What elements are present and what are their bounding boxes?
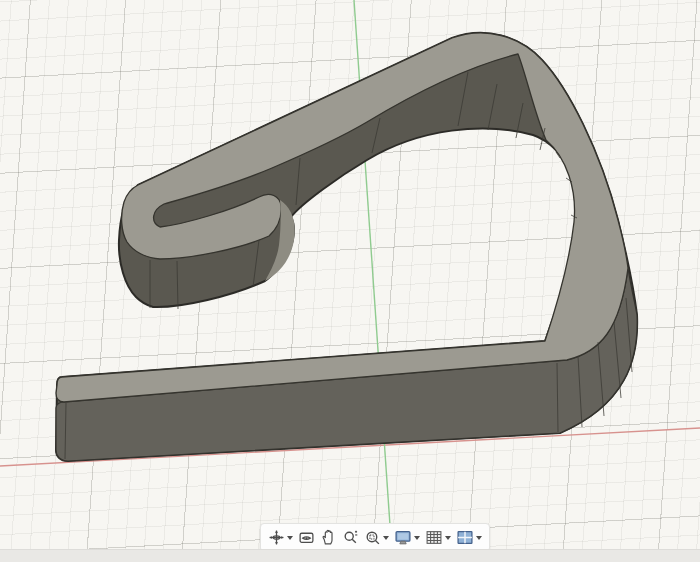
orbit-icon: [268, 529, 285, 546]
fit-dropdown-caret[interactable]: [383, 536, 389, 540]
viewports-dropdown-caret[interactable]: [476, 536, 482, 540]
viewports-icon: [456, 529, 474, 546]
zoom-button[interactable]: [340, 526, 361, 549]
orbit-dropdown-caret[interactable]: [287, 536, 293, 540]
pan-button[interactable]: [318, 526, 339, 549]
orbit-button[interactable]: [266, 526, 295, 549]
viewport-canvas[interactable]: [0, 0, 700, 562]
fit-icon: [364, 529, 381, 546]
navigation-toolbar: [260, 523, 490, 552]
pan-icon: [320, 529, 337, 546]
scene-3d: [0, 0, 700, 562]
display-settings-button[interactable]: [392, 526, 422, 549]
display-icon: [394, 529, 412, 546]
window-bottom-strip: [0, 549, 700, 562]
clip-body-model[interactable]: [56, 33, 637, 461]
look-at-button[interactable]: [296, 526, 317, 549]
model-top-face: [56, 33, 628, 402]
display-dropdown-caret[interactable]: [414, 536, 420, 540]
viewports-button[interactable]: [454, 526, 484, 549]
grid-icon: [425, 529, 443, 546]
fit-button[interactable]: [362, 526, 391, 549]
look-at-icon: [298, 529, 315, 546]
grid-dropdown-caret[interactable]: [445, 536, 451, 540]
grid-snaps-button[interactable]: [423, 526, 453, 549]
zoom-icon: [342, 529, 359, 546]
